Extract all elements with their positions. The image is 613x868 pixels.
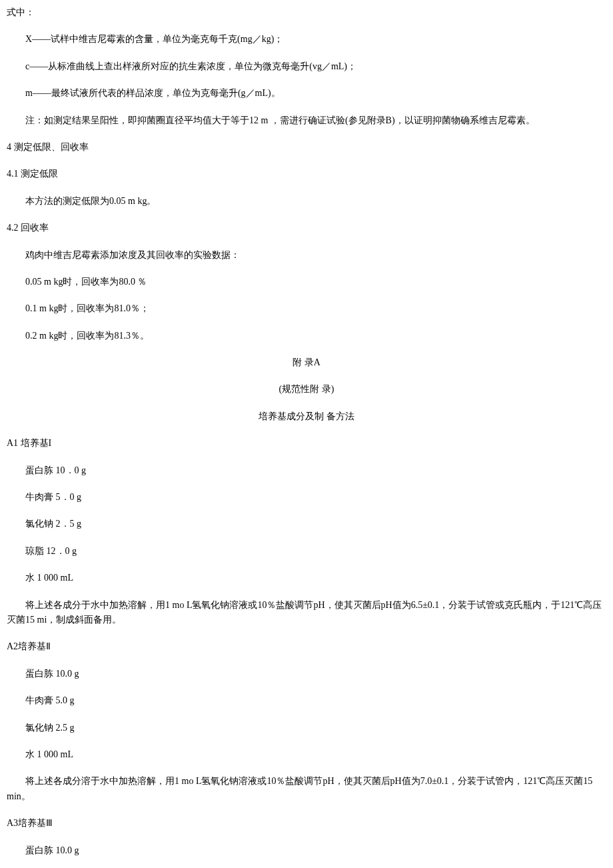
a3-title: A3培养基Ⅲ (7, 816, 606, 831)
a1-desc: 将上述各成分于水中加热溶解，用1 mo L氢氧化钠溶液或10％盐酸调节pH，使其… (7, 598, 606, 628)
a2-ing1: 蛋白胨 10.0 g (7, 667, 606, 681)
sec42-body4: 0.2 m kg时，回收率为81.3％。 (7, 329, 606, 343)
a2-title: A2培养基Ⅱ (7, 639, 606, 654)
a1-ing2: 牛肉膏 5．0 g (7, 490, 606, 505)
a2-ing4: 水 1 000 mL (7, 747, 606, 762)
a1-ing1: 蛋白胨 10．0 g (7, 463, 606, 478)
a2-ing2: 牛肉膏 5.0 g (7, 693, 606, 708)
a1-ing5: 水 1 000 mL (7, 571, 606, 585)
a1-title: A1 培养基I (7, 436, 606, 451)
a1-ing4: 琼脂 12．0 g (7, 544, 606, 559)
sec41-title: 4.1 测定低限 (7, 167, 606, 181)
a2-ing3: 氯化钠 2.5 g (7, 721, 606, 735)
formula-c: c——从标准曲线上查出样液所对应的抗生素浓度，单位为微克每毫升(vg／mL)； (7, 59, 606, 74)
appendix-a-title3: 培养基成分及制 备方法 (7, 409, 606, 424)
a3-ing1: 蛋白胨 10.0 g (7, 843, 606, 858)
a2-desc: 将上述各成分溶于水中加热溶解，用1 mo L氢氧化钠溶液或10％盐酸调节pH，使… (7, 774, 606, 804)
formula-m: m——最终试液所代表的样品浓度，单位为克每毫升(g／mL)。 (7, 86, 606, 101)
sec42-title: 4.2 回收率 (7, 221, 606, 235)
sec4-title: 4 测定低限、回收率 (7, 140, 606, 155)
appendix-a-title1: 附 录A (7, 355, 606, 370)
a1-ing3: 氯化钠 2．5 g (7, 517, 606, 531)
appendix-a-title2: (规范性附 录) (7, 382, 606, 397)
sec41-body: 本方法的测定低限为0.05 m kg。 (7, 194, 606, 209)
sec42-body3: 0.1 m kg时，回收率为81.0％； (7, 301, 606, 316)
note-positive: 注：如测定结果呈阳性，即抑菌圈直径平均值大于等于12 m ，需进行确证试验(参见… (7, 113, 606, 128)
formula-intro: 式中： (7, 5, 606, 20)
sec42-body2: 0.05 m kg时，回收率为80.0 ％ (7, 275, 606, 289)
formula-x: X——试样中维吉尼霉素的含量，单位为毫克每千克(mg／kg)； (7, 32, 606, 47)
sec42-body1: 鸡肉中维吉尼霉素添加浓度及其回收率的实验数据： (7, 248, 606, 263)
